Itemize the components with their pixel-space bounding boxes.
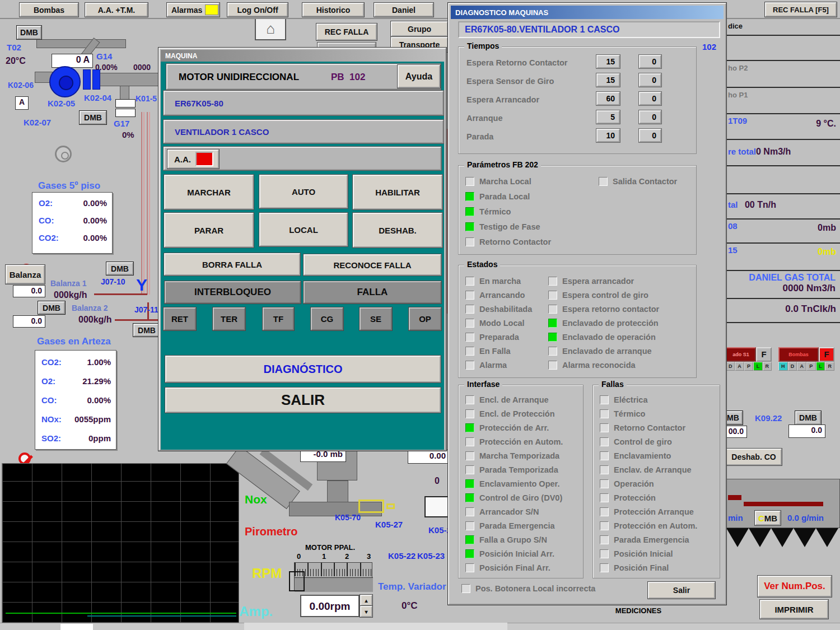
rec-falla-f5-button[interactable]: REC FALLA [F5] <box>765 2 837 17</box>
fan-k02-07-icon[interactable] <box>55 146 72 162</box>
salir-diag-button[interactable]: Salir <box>648 582 715 599</box>
habilitar-button[interactable]: HABILITAR <box>353 175 442 209</box>
partial-zero: 0 <box>435 476 440 486</box>
status-widget-s1[interactable]: ado S1 F D A P L R <box>726 347 772 371</box>
dmb-tag-button[interactable]: DMB <box>38 301 65 314</box>
rpm-field[interactable]: 0.00rpm <box>300 595 360 617</box>
dmb-tag-button[interactable]: DMB <box>80 111 106 124</box>
toolbar-historico-button[interactable]: Historico <box>302 3 364 17</box>
borra-falla-button[interactable]: BORRA FALLA <box>164 253 300 276</box>
panel-row[interactable] <box>725 166 840 194</box>
dmb-tag-button[interactable]: DMB <box>17 26 41 39</box>
diagnostico-title-bar[interactable]: DIAGNOSTICO MAQUINAS <box>451 6 724 19</box>
dmb-left-value: 00.0 <box>724 426 747 438</box>
ver-num-pos-button[interactable]: Ver Num.Pos. <box>758 576 832 597</box>
checkbox-indicator <box>465 549 474 558</box>
interfase-list: Encl. de ArranqueEncl. de ProtecciónProt… <box>465 395 563 572</box>
checkbox-indicator <box>548 347 557 356</box>
balanza-button[interactable]: Balanza <box>6 265 45 284</box>
checkbox-indicator <box>600 549 609 558</box>
auto-button[interactable]: AUTO <box>259 175 348 208</box>
balanza2-label: Balanza 2 <box>72 304 108 312</box>
ret-button[interactable]: RET <box>164 307 196 330</box>
toolbar-bombas-button[interactable]: Bombas <box>20 3 78 17</box>
checkbox-indicator <box>599 177 608 186</box>
cg-button[interactable]: CG <box>311 307 343 330</box>
ter-button[interactable]: TER <box>213 307 245 330</box>
diagnostico-title: DIAGNOSTICO MAQUINAS <box>455 8 548 17</box>
tiempo-actual: 0 <box>639 92 661 105</box>
panel-row-header[interactable]: dice <box>725 19 840 36</box>
valve-g17-icon[interactable] <box>115 99 136 108</box>
panel-row[interactable]: 1T09 9 °C. <box>725 114 840 140</box>
toolbar-alarmas-button[interactable]: Alarmas <box>167 3 220 17</box>
deshab-button[interactable]: DESHAB. <box>353 213 442 248</box>
se-button[interactable]: SE <box>360 307 392 330</box>
dmb-tag-button[interactable]: DMB <box>795 411 821 424</box>
grupo-button[interactable]: Grupo <box>391 21 448 36</box>
panel-row[interactable] <box>725 36 840 61</box>
panel-row[interactable]: 0.0 TnClk/h <box>725 299 840 323</box>
checkbox-label: Enclav. de Arranque <box>614 465 692 474</box>
imprimir-button[interactable]: IMPRIMIR <box>760 600 828 619</box>
panel-row[interactable]: 08 0mb <box>725 220 840 244</box>
hood-box[interactable]: ⌂ <box>255 17 286 40</box>
interfase-6: Enclavamiento Oper. <box>465 479 563 488</box>
checkbox-label: Retorno Contactor <box>614 423 685 432</box>
panel-row-daniel[interactable]: DANIEL GAS TOTAL 0000 Nm3/h <box>725 271 840 299</box>
g14-count: 0000 <box>133 63 151 72</box>
machine-tag-bar: ER67K05-80 <box>164 91 444 115</box>
marchar-button[interactable]: MARCHAR <box>164 175 254 209</box>
valve-k02-04-icon[interactable] <box>92 69 100 90</box>
valve-k02-04-icon[interactable] <box>83 69 91 90</box>
falla-7: Protección <box>600 493 697 502</box>
aa-button[interactable]: A.A. <box>167 150 219 169</box>
tiempo-label: Parada <box>466 132 493 141</box>
toolbar-aa-tm-button[interactable]: A.A. +T.M. <box>85 3 148 17</box>
nox-label: Nox <box>245 493 267 506</box>
interbloqueo-indicator[interactable]: INTERBLOQUEO <box>165 281 301 304</box>
parar-button[interactable]: PARAR <box>164 213 254 248</box>
dmb-tag-button[interactable]: MB <box>724 411 743 424</box>
status-widget-bombas[interactable]: Bombas F H D A P L R <box>778 347 834 371</box>
dmb-tag-button[interactable]: DMB <box>106 262 133 275</box>
estado-3: Modo Local <box>465 319 532 328</box>
reconoce-falla-button[interactable]: RECONOCE FALLA <box>304 254 441 276</box>
tf-button[interactable]: TF <box>263 307 294 330</box>
panel-row[interactable]: tal 00 Tn/h <box>725 194 840 220</box>
rpm-spin-up-button[interactable]: ▴ <box>360 595 372 606</box>
local-button[interactable]: LOCAL <box>259 213 348 246</box>
deshab-co-button[interactable]: Deshab. CO <box>726 449 782 465</box>
tag-j07-11: J07-11 <box>134 305 158 314</box>
panel-row[interactable]: ho P2 <box>725 61 840 88</box>
pump-hub <box>59 76 73 90</box>
valve-g17-icon[interactable] <box>115 109 136 117</box>
checkbox-label: Modo Local <box>479 319 525 328</box>
gauge-ticks <box>295 563 373 576</box>
rpm-spin-down-button[interactable]: ▾ <box>360 606 372 617</box>
trend-chart[interactable] <box>2 463 239 623</box>
cmb-tag-button[interactable]: CMB <box>755 511 781 525</box>
op-button[interactable]: OP <box>409 307 441 330</box>
rec-falla-button[interactable]: REC FALLA <box>316 24 377 40</box>
dmb-tag-button[interactable]: DMB <box>133 324 160 337</box>
toolbar-daniel-button[interactable]: Daniel <box>374 3 433 17</box>
panel-row[interactable]: re total0 Nm3/h <box>725 140 840 166</box>
diagnostico-button[interactable]: DIAGNÓSTICO <box>165 356 441 382</box>
feeder-icon[interactable] <box>358 500 384 513</box>
interfase-12: Posición Final Arr. <box>465 563 563 572</box>
falla-10: Parada Emergencia <box>600 535 697 544</box>
ayuda-button[interactable]: Ayuda <box>398 65 440 88</box>
pump-k02-05-icon[interactable] <box>49 66 81 97</box>
falla-indicator[interactable]: FALLA <box>304 281 441 304</box>
panel-row[interactable]: 15 0mb <box>725 244 840 271</box>
checkbox-indicator <box>548 361 557 370</box>
checkbox-indicator <box>600 423 609 432</box>
checkbox-indicator <box>465 319 474 328</box>
salir-maquina-button[interactable]: SALIR <box>165 388 441 413</box>
maquina-title-bar[interactable]: MAQUINA <box>161 50 444 62</box>
gauge-cursor[interactable] <box>289 571 305 591</box>
checkbox-label: Arrancando <box>479 291 525 300</box>
panel-row[interactable]: ho P1 <box>725 88 840 114</box>
toolbar-logonoff-button[interactable]: Log On/Off <box>227 3 288 17</box>
